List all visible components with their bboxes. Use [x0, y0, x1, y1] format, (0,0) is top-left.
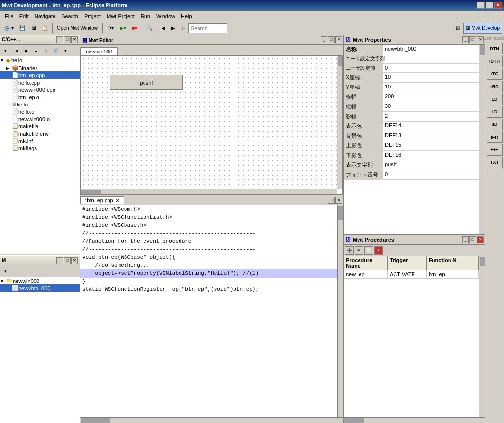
- props-minimize[interactable]: _: [462, 36, 469, 43]
- code-vscroll[interactable]: [337, 205, 343, 417]
- toolbar-forward[interactable]: ▶: [169, 23, 178, 34]
- props-vscroll[interactable]: [479, 45, 485, 234]
- props-close[interactable]: ✕: [477, 36, 484, 43]
- tree-item-mkflags[interactable]: 📋 mkflags: [0, 144, 80, 152]
- menu-run[interactable]: Run: [138, 12, 153, 20]
- props-val-user-str[interactable]: [383, 54, 479, 63]
- fr-btn-plus[interactable]: +++: [487, 144, 503, 156]
- cpp-tb-home[interactable]: ⌂: [41, 46, 50, 55]
- tree-item-btn-ep-cpp[interactable]: 📄 btn_ep.cpp: [0, 71, 80, 79]
- props-val-name[interactable]: newvbtn_000: [383, 45, 479, 54]
- toolbar-search-btn[interactable]: 🔍: [144, 23, 155, 34]
- menu-edit[interactable]: Edit: [17, 12, 32, 20]
- procs-minimize[interactable]: _: [462, 236, 469, 243]
- fr-btn-rtg[interactable]: rTG: [487, 68, 503, 80]
- cpp-tb-forward[interactable]: ▶: [22, 46, 31, 55]
- perspective-mwt[interactable]: 🖼 Mwt Develop: [463, 23, 502, 34]
- canvas-hscroll[interactable]: [81, 189, 337, 194]
- fr-btn-dtn[interactable]: DTN: [487, 43, 503, 54]
- open-mwt-window-button[interactable]: Open Mwt Window: [54, 23, 100, 34]
- code-tab[interactable]: *btn_ep.cpp ✕: [80, 196, 124, 204]
- props-val-shadow[interactable]: 2: [383, 112, 479, 121]
- toolbar-saveas[interactable]: 📋: [39, 23, 50, 34]
- search-input[interactable]: [188, 23, 227, 33]
- tree-item-hello-cpp[interactable]: 📄 hello.cpp: [0, 79, 80, 86]
- code-hscroll[interactable]: [80, 417, 343, 423]
- tree-item-newwin-o[interactable]: 📄 newwin000.o: [0, 115, 80, 123]
- props-val-bg[interactable]: DEF13: [383, 131, 479, 141]
- mwt-editor-maximize[interactable]: □: [328, 36, 335, 43]
- cpp-panel-maximize[interactable]: □: [64, 36, 71, 43]
- cpp-tb-up[interactable]: ▲: [32, 46, 40, 55]
- toolbar-last[interactable]: ▷: [179, 23, 187, 34]
- toolbar-save[interactable]: 💾: [17, 23, 28, 34]
- toolbar-new[interactable]: ⊕▾: [2, 23, 16, 34]
- procs-maximize[interactable]: □: [469, 236, 476, 243]
- tree-item-hello-project[interactable]: ▼ ◆ hello: [0, 56, 80, 64]
- procs-data-row[interactable]: new_ep ACTIVATE btn_ep: [344, 270, 479, 279]
- toolbar-save2[interactable]: 🖫: [29, 23, 38, 34]
- cpp-tb-back[interactable]: ◀: [12, 46, 21, 55]
- m-panel-maximize[interactable]: □: [64, 257, 71, 264]
- toolbar-back[interactable]: ◀: [159, 23, 168, 34]
- mwt-editor-minimize[interactable]: _: [321, 36, 327, 43]
- procs-edit-btn[interactable]: ✏: [355, 246, 363, 255]
- fr-btn-idth[interactable]: IDTH: [487, 55, 503, 67]
- minimize-button[interactable]: _: [477, 2, 485, 9]
- props-val-x[interactable]: 10: [383, 73, 479, 82]
- tree-item-hello-exe[interactable]: ⚙ hello: [0, 101, 80, 108]
- menu-project[interactable]: Project: [81, 12, 104, 20]
- mwt-editor-close[interactable]: ✕: [335, 36, 342, 43]
- toolbar-run[interactable]: ▶▾: [117, 23, 128, 34]
- props-val-y[interactable]: 10: [383, 83, 479, 92]
- props-val-font[interactable]: 0: [383, 170, 479, 179]
- tree-item-binaries[interactable]: ▶ 📦 Binaries: [0, 64, 80, 71]
- toolbar-debug-dropdown[interactable]: ⚙▾: [105, 23, 116, 34]
- props-val-fg[interactable]: DEF14: [383, 122, 479, 131]
- tree-item-mk-inf[interactable]: 📋 mk.inf: [0, 137, 80, 144]
- fr-btn-rrd[interactable]: rRD: [487, 81, 503, 92]
- props-val-width[interactable]: 200: [383, 92, 479, 102]
- cpp-tb-link[interactable]: 🔗: [51, 46, 60, 55]
- procs-add-btn[interactable]: ➕: [345, 246, 354, 255]
- menu-mwt-project[interactable]: Mwt Project: [104, 12, 137, 20]
- fr-btn-ld1[interactable]: LD: [487, 93, 503, 105]
- code-editor-maximize[interactable]: □: [328, 197, 335, 204]
- perspective-restore[interactable]: ⊞: [453, 23, 462, 34]
- fr-btn-ifr[interactable]: IFR: [487, 131, 503, 143]
- props-val-bot-shadow[interactable]: DEF16: [383, 151, 479, 160]
- procs-window-btn[interactable]: ⬜: [364, 246, 373, 255]
- cpp-panel-minimize[interactable]: _: [56, 36, 63, 43]
- editor-tab-newwin[interactable]: newwin000: [80, 47, 118, 55]
- props-val-user-val[interactable]: 0: [383, 64, 479, 72]
- menu-help[interactable]: Help: [178, 12, 195, 20]
- props-val-height[interactable]: 30: [383, 102, 479, 111]
- maximize-button[interactable]: □: [486, 2, 493, 9]
- m-tb-btn1[interactable]: ▾: [1, 267, 10, 276]
- props-val-disp-str[interactable]: push!: [383, 160, 479, 170]
- tree-item-makefile[interactable]: 📋 makefile: [0, 123, 80, 130]
- menu-search[interactable]: Search: [58, 12, 81, 20]
- fr-btn-ld2[interactable]: LD: [487, 106, 503, 118]
- props-maximize[interactable]: □: [469, 36, 476, 43]
- code-tab-close[interactable]: ✕: [115, 197, 120, 204]
- close-button[interactable]: ✕: [494, 2, 502, 9]
- cpp-panel-close[interactable]: ✕: [71, 36, 78, 43]
- procs-vscroll[interactable]: [479, 256, 485, 417]
- procs-hscroll[interactable]: [344, 417, 485, 423]
- tree-item-btn-ep-o[interactable]: 📄 btn_ep.o: [0, 93, 80, 101]
- canvas-vscroll[interactable]: [337, 56, 342, 189]
- fr-btn-ifd[interactable]: IfD: [487, 119, 503, 130]
- menu-window[interactable]: Window: [153, 12, 178, 20]
- tree-item-hello-o[interactable]: 📄 hello.o: [0, 108, 80, 115]
- tree-item-newvbtn-000[interactable]: ⬜ newvbtn_000: [0, 284, 80, 292]
- cpp-tb-menu[interactable]: ▾: [61, 46, 70, 55]
- code-editor-content[interactable]: #include <WScom.h> #include <WSCfunction…: [80, 205, 337, 417]
- procs-delete-btn[interactable]: ✕: [374, 246, 383, 255]
- m-panel-minimize[interactable]: _: [56, 257, 63, 264]
- tree-item-newwin-cpp[interactable]: 📄 newwin000.cpp: [0, 86, 80, 93]
- tree-item-newwin000[interactable]: ▼ 📁 newwin000: [0, 277, 80, 284]
- toolbar-stop[interactable]: ■▾: [129, 23, 140, 34]
- canvas-widget-btn[interactable]: push!: [110, 75, 183, 90]
- fr-btn-txt[interactable]: TXT: [487, 157, 503, 168]
